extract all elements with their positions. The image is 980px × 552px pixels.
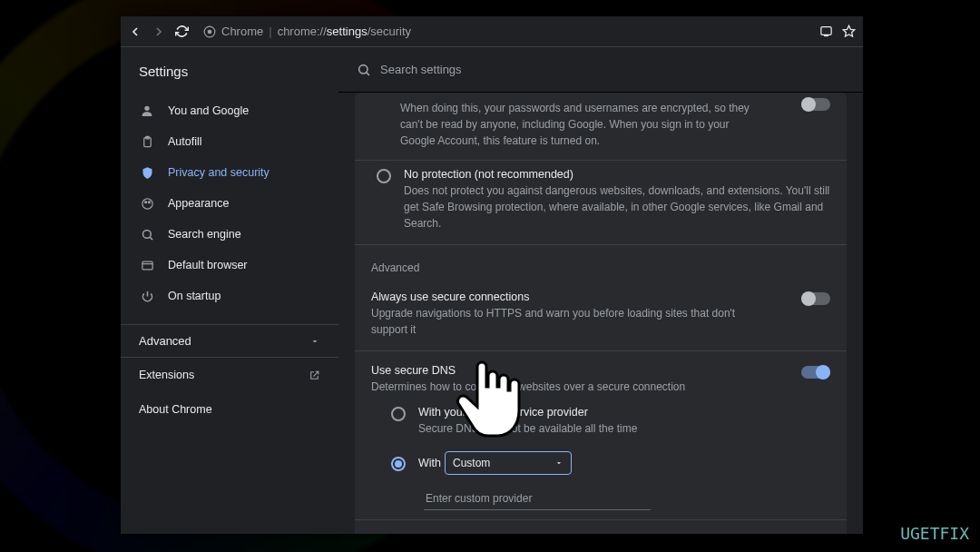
watermark: UGETFIX: [900, 524, 969, 543]
svg-point-4: [144, 106, 149, 111]
sidebar-item-default-browser[interactable]: Default browser: [121, 250, 338, 281]
palette-icon: [139, 195, 155, 212]
dns-provider-value: Custom: [453, 457, 490, 469]
settings-main: Search settings When doing this, your pa…: [338, 47, 863, 534]
settings-title: Settings: [121, 53, 338, 90]
svg-point-10: [142, 230, 151, 238]
sidebar-item-privacy-security[interactable]: Privacy and security: [121, 157, 338, 188]
browser-toolbar: Chrome | chrome://settings/security: [121, 16, 863, 47]
sidebar-item-label: Privacy and security: [168, 166, 270, 179]
search-placeholder: Search settings: [380, 63, 462, 76]
secure-connections-title: Always use secure connections: [371, 291, 765, 303]
dns-current-provider-radio[interactable]: [391, 407, 406, 421]
sidebar-item-search-engine[interactable]: Search engine: [121, 219, 338, 250]
dns-current-provider-desc: Secure DNS may not be available all the …: [418, 420, 749, 437]
svg-point-1: [208, 29, 212, 34]
clipboard-icon: [139, 133, 155, 150]
power-icon: [139, 288, 155, 304]
secure-dns-title: Use secure DNS: [371, 364, 765, 377]
dns-with-radio[interactable]: [391, 457, 406, 471]
chrome-icon: [203, 25, 216, 38]
sidebar-item-label: Autofill: [168, 135, 202, 148]
chevron-down-icon: [554, 458, 564, 468]
svg-point-12: [359, 64, 368, 73]
sidebar-item-label: You and Google: [168, 104, 249, 117]
secure-dns-toggle[interactable]: [801, 366, 830, 379]
shield-icon: [139, 164, 155, 181]
no-protection-title: No protection (not recommended): [404, 168, 830, 181]
search-icon: [357, 63, 371, 77]
no-protection-radio[interactable]: [377, 169, 391, 183]
sidebar-item-label: On startup: [168, 290, 220, 302]
sidebar-advanced-toggle[interactable]: Advanced: [121, 324, 338, 358]
browser-window: Chrome | chrome://settings/security Sett…: [121, 16, 863, 534]
secure-connections-desc: Upgrade navigations to HTTPS and warn yo…: [371, 305, 765, 338]
dns-with-label: With: [418, 457, 441, 469]
no-protection-desc: Does not protect you against dangerous w…: [404, 182, 830, 232]
svg-point-7: [142, 198, 152, 208]
external-link-icon: [309, 370, 320, 381]
svg-point-8: [144, 201, 146, 202]
sidebar-item-on-startup[interactable]: On startup: [121, 281, 338, 311]
window-icon: [139, 257, 155, 273]
chevron-down-icon: [309, 336, 320, 347]
dns-provider-dropdown[interactable]: Custom: [445, 451, 572, 475]
secure-connections-toggle[interactable]: [801, 292, 830, 305]
dns-current-provider-title: With your current service provider: [418, 406, 749, 419]
dns-custom-provider-input[interactable]: [424, 488, 651, 510]
manage-certificates-title: Manage certificates: [371, 533, 765, 534]
star-icon[interactable]: [842, 25, 856, 38]
sidebar-item-label: Search engine: [168, 228, 241, 241]
sidebar-item-appearance[interactable]: Appearance: [121, 188, 338, 219]
svg-marker-3: [843, 25, 855, 36]
settings-sidebar: Settings You and Google Autofill Privacy…: [121, 47, 338, 534]
sidebar-item-autofill[interactable]: Autofill: [121, 126, 338, 157]
encryption-description: When doing this, your passwords and user…: [400, 100, 765, 149]
svg-rect-11: [142, 261, 152, 270]
sidebar-item-label: Default browser: [168, 259, 248, 271]
svg-point-9: [148, 201, 150, 202]
sidebar-item-you-and-google[interactable]: You and Google: [121, 95, 338, 126]
forward-button[interactable]: [152, 25, 166, 39]
reload-button[interactable]: [175, 25, 189, 38]
advanced-section-label: Advanced: [355, 245, 847, 278]
secure-dns-desc: Determines how to connect to websites ov…: [371, 379, 765, 395]
sidebar-about-link[interactable]: About Chrome: [121, 392, 338, 427]
search-icon: [139, 226, 155, 242]
url-browser-label: Chrome: [221, 25, 263, 38]
address-bar[interactable]: Chrome | chrome://settings/security: [203, 25, 411, 38]
enhanced-protection-toggle[interactable]: [801, 98, 830, 111]
sidebar-extensions-link[interactable]: Extensions: [121, 358, 338, 392]
share-icon[interactable]: [819, 25, 833, 38]
back-button[interactable]: [128, 25, 142, 39]
person-icon: [139, 103, 155, 119]
sidebar-item-label: Appearance: [168, 197, 229, 210]
settings-search-input[interactable]: Search settings: [357, 63, 845, 77]
svg-rect-2: [821, 27, 831, 35]
